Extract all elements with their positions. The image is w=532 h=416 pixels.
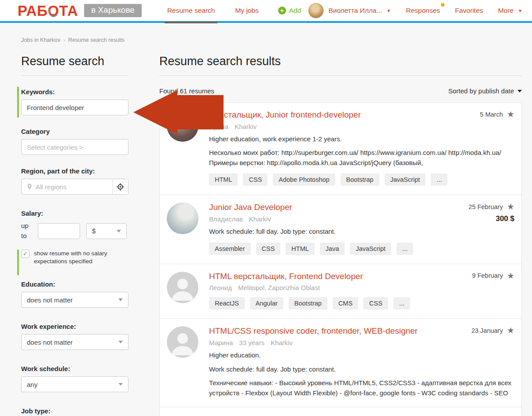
region-group: Region, part of the city: xyxy=(21,167,128,195)
skill-tag: CMS xyxy=(333,297,358,309)
experience-select[interactable]: does not matter xyxy=(21,334,128,350)
description-line: Work schedule: full day. Job type: const… xyxy=(209,227,513,237)
experience-value: does not matter xyxy=(27,339,73,346)
user-menu[interactable]: Виолетта Илла... ▼ xyxy=(308,3,391,18)
skill-tag: ReactJS xyxy=(209,297,245,309)
chevron-down-icon: ▼ xyxy=(518,8,522,13)
skill-tags: AssemblerCSSHTMLJavaJavaScript... xyxy=(209,243,513,255)
salary-group: Salary: up to $ ✓ show resume with no sa… xyxy=(21,210,128,265)
resume-body: HTML/CSS responsive coder, frontender, W… xyxy=(209,326,514,398)
skill-tag: CSS xyxy=(256,243,281,255)
resume-card: Верстальщик, Junior frontend-developer И… xyxy=(160,103,521,195)
more-tags-chip[interactable]: ... xyxy=(431,173,448,186)
more-tags-chip[interactable]: ... xyxy=(396,243,413,255)
favorite-star-icon[interactable]: ★ xyxy=(507,202,514,211)
region-label: Region, part of the city: xyxy=(21,167,128,175)
more-menu[interactable]: More ▼ xyxy=(498,7,522,15)
resume-description: Higher education.Work schedule: full day… xyxy=(209,350,513,398)
logo-wordmark: РАБОТА xyxy=(18,4,78,18)
publish-date: 9 February xyxy=(472,272,503,279)
resume-meta: ЛеонидMelitopol, Zaporizhia Oblast xyxy=(209,284,513,291)
chevron-down-icon xyxy=(118,298,123,301)
keywords-label: Keywords: xyxy=(21,88,128,96)
skill-tag: Bootstrap xyxy=(341,173,379,186)
salary-upto-label: up to xyxy=(21,221,32,241)
skill-tag: CSS xyxy=(243,173,268,186)
next-card-stub xyxy=(160,407,521,416)
breadcrumb-separator: › xyxy=(63,37,65,43)
resume-title-link[interactable]: HTML верстальщик, Frontend Developer xyxy=(209,272,363,282)
meta-item: Леонид xyxy=(209,284,232,291)
meta-item: 33 years xyxy=(239,339,264,346)
avatar xyxy=(167,272,198,303)
skill-tag: HTML xyxy=(286,243,314,255)
skill-tag: Angular xyxy=(250,297,283,309)
resume-body: HTML верстальщик, Frontend Developer Лео… xyxy=(209,272,514,310)
map-pin-icon xyxy=(26,183,33,190)
responses-label: Responses xyxy=(406,7,440,14)
description-line: Higher education. xyxy=(209,350,513,361)
keywords-input[interactable] xyxy=(21,99,128,115)
plus-icon: + xyxy=(278,7,286,15)
favorite-star-icon[interactable]: ★ xyxy=(507,326,514,335)
site-logo[interactable]: РАБОТА в Харькове xyxy=(18,4,142,18)
skill-tag: Adobe Photoshop xyxy=(273,173,335,186)
more-tags-chip[interactable]: ... xyxy=(393,297,410,309)
resume-card: HTML/CSS responsive coder, frontender, W… xyxy=(160,318,521,407)
add-label: Add xyxy=(289,7,301,15)
resume-title-link[interactable]: Верстальщик, Junior frontend-developer xyxy=(209,110,361,120)
education-value: does not matter xyxy=(27,296,73,304)
education-select[interactable]: does not matter xyxy=(21,292,128,308)
locate-me-button[interactable] xyxy=(112,179,128,194)
education-label: Education: xyxy=(21,280,128,288)
skill-tag: Bootstrap xyxy=(289,297,327,309)
publish-date: 23 January xyxy=(471,327,503,334)
skill-tag: HTML xyxy=(209,173,238,186)
favorites-link[interactable]: Favorites xyxy=(455,7,483,15)
tab-my-jobs[interactable]: My jobs xyxy=(234,0,259,22)
breadcrumb-jobs-in-kharkov[interactable]: Jobs in Kharkov xyxy=(21,37,60,43)
favorite-star-icon[interactable]: ★ xyxy=(507,272,514,280)
jobtype-group: Job type: xyxy=(21,407,128,416)
meta-item: Kharkiv xyxy=(235,123,257,130)
salary-amount-input[interactable] xyxy=(38,223,80,239)
region-input[interactable] xyxy=(36,179,112,194)
schedule-select[interactable]: any xyxy=(21,376,128,392)
breadcrumb-resume-search-results: Resume search results xyxy=(68,37,125,43)
schedule-group: Work schedule: any xyxy=(21,365,128,392)
divider xyxy=(159,75,522,76)
responses-link[interactable]: Responses xyxy=(406,7,440,15)
description-line: Work schedule: full day. Job type: const… xyxy=(209,364,513,375)
chevron-down-icon xyxy=(118,341,123,343)
description-line: Технические навыки: - Высокий уровень HT… xyxy=(209,378,513,398)
tab-resume-search[interactable]: Resume search xyxy=(166,0,216,22)
skill-tags: HTMLCSSAdobe PhotoshopBootstrapJavaScrip… xyxy=(209,173,513,186)
resume-meta: Марина33 yearsKharkiv xyxy=(209,339,513,346)
salary-label: Salary: xyxy=(21,210,128,217)
resume-description: Work schedule: full day. Job type: const… xyxy=(209,227,513,237)
description-line: Несколько моих работ: http://superburger… xyxy=(209,148,513,168)
meta-item: Владислав xyxy=(209,215,243,223)
resume-meta: ВладиславKharkiv xyxy=(209,215,513,223)
top-header: РАБОТА в Харькове Resume search My jobs … xyxy=(0,0,532,23)
no-salary-checkbox-label[interactable]: show resume with no salary expectations … xyxy=(34,250,128,265)
category-select[interactable]: Select categories > xyxy=(21,139,128,155)
results-title: Resume search results xyxy=(159,55,522,68)
more-label: More xyxy=(498,7,514,15)
no-salary-checkbox[interactable]: ✓ xyxy=(21,250,29,258)
no-salary-checkbox-row: ✓ show resume with no salary expectation… xyxy=(21,250,128,265)
avatar xyxy=(167,202,198,234)
add-button[interactable]: + Add xyxy=(278,7,301,15)
resume-card: Junior Java Developer ВладиславKharkiv W… xyxy=(160,195,521,263)
resume-title-link[interactable]: HTML/CSS responsive coder, frontender, W… xyxy=(209,326,418,336)
chevron-down-icon xyxy=(118,383,123,386)
favorite-star-icon[interactable]: ★ xyxy=(507,110,514,118)
resume-title-link[interactable]: Junior Java Developer xyxy=(209,202,292,213)
avatar xyxy=(167,326,198,358)
meta-item: Kharkiv xyxy=(271,339,293,346)
currency-select[interactable]: $ xyxy=(86,223,127,239)
sort-dropdown[interactable]: Sorted by publish date xyxy=(448,87,522,95)
found-count: Found 61 resumes xyxy=(159,87,214,95)
resume-meta: ИринаKharkiv xyxy=(209,123,513,130)
skill-tag: Java xyxy=(320,243,345,255)
